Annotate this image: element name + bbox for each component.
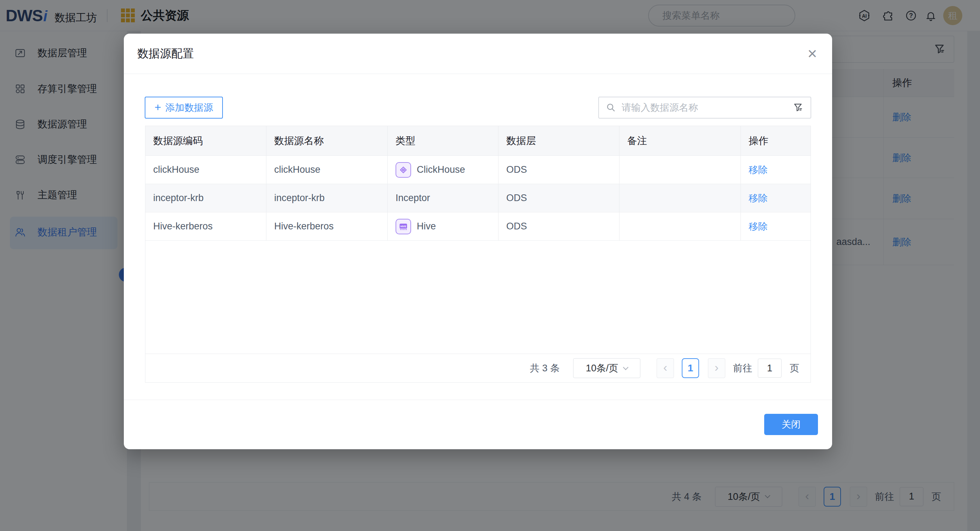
type-label: Inceptor (396, 193, 430, 204)
page-unit-label: 页 (790, 362, 799, 375)
modal-header: 数据源配置 × (124, 33, 832, 74)
close-icon[interactable]: × (802, 43, 823, 64)
plus-icon: + (154, 102, 161, 113)
remove-link[interactable]: 移除 (749, 220, 768, 233)
goto-page-input[interactable] (758, 359, 781, 378)
close-button[interactable]: 关闭 (764, 414, 818, 435)
datasource-table: 数据源编码 数据源名称 类型 数据层 备注 操作 clickHouse clic… (145, 126, 811, 383)
table-row: inceptor-krb inceptor-krb Inceptor ODS 移… (145, 184, 811, 212)
goto-label: 前往 (733, 362, 752, 375)
table-row: clickHouse clickHouse ClickHouse ODS 移除 (145, 156, 811, 184)
datasource-table-header: 数据源编码 数据源名称 类型 数据层 备注 操作 (145, 126, 811, 156)
header-type: 类型 (388, 126, 498, 155)
modal-pagination: 共 3 条 10条/页 ‹ 1 › 前往 页 (145, 354, 811, 382)
header-name: 数据源名称 (266, 126, 388, 155)
type-label: ClickHouse (417, 164, 465, 175)
current-page-button[interactable]: 1 (682, 358, 699, 378)
header-layer: 数据层 (498, 126, 619, 155)
remove-link[interactable]: 移除 (749, 192, 768, 205)
app-root: DWS i 数据工坊 公共资源 AI (0, 0, 980, 531)
header-remark: 备注 (619, 126, 741, 155)
chevron-down-icon (623, 364, 629, 370)
total-count: 共 3 条 (530, 362, 560, 375)
header-action: 操作 (741, 126, 811, 155)
add-datasource-label: 添加数据源 (165, 101, 213, 114)
datasource-search-input[interactable] (621, 102, 788, 114)
remove-link[interactable]: 移除 (749, 164, 768, 176)
clickhouse-icon (396, 162, 411, 178)
header-code: 数据源编码 (145, 126, 266, 155)
next-page-button[interactable]: › (708, 358, 725, 378)
filter-icon[interactable] (793, 102, 803, 113)
search-icon (606, 103, 616, 113)
type-label: Hive (417, 221, 436, 232)
hive-icon: HIVE (396, 219, 411, 234)
add-datasource-button[interactable]: + 添加数据源 (145, 97, 223, 119)
modal-title: 数据源配置 (137, 33, 194, 74)
datasource-config-modal: 数据源配置 × + 添加数据源 数据源编码 数据源名称 类型 数据层 备注 操作 (124, 33, 832, 449)
svg-text:HIVE: HIVE (401, 225, 407, 227)
modal-footer: 关闭 (124, 400, 832, 449)
prev-page-button[interactable]: ‹ (657, 358, 674, 378)
datasource-search-box[interactable] (598, 97, 811, 119)
table-row: Hive-kerberos Hive-kerberos HIVE Hive (145, 212, 811, 241)
page-size-select[interactable]: 10条/页 (573, 358, 640, 378)
